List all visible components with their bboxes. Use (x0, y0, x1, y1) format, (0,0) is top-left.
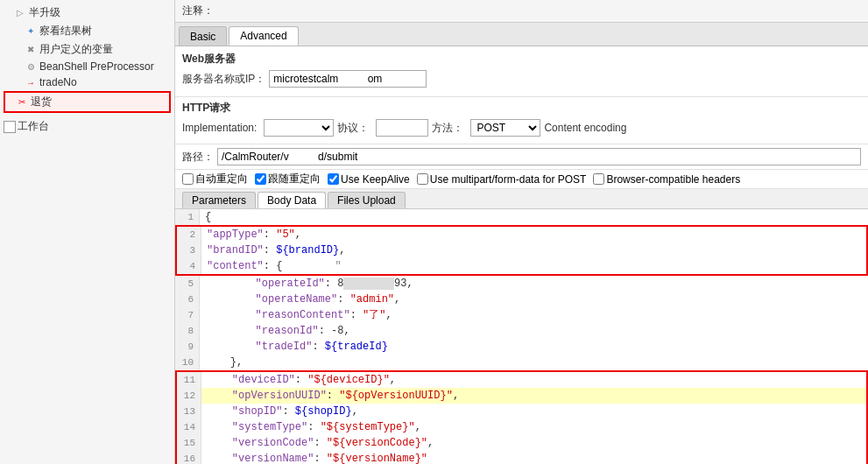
protocol-input[interactable] (376, 119, 428, 137)
web-server-title: Web服务器 (182, 52, 861, 67)
code-line-12: 12 "opVersionUUID": "${opVersionUUID}", (175, 388, 868, 404)
workbench-check (4, 121, 16, 133)
impl-select[interactable] (264, 119, 334, 137)
code-line-10: 10 }, (175, 355, 868, 370)
tab-advanced[interactable]: Advanced (229, 26, 298, 46)
cb-auto-redirect[interactable]: 自动重定向 (182, 172, 248, 186)
workbench-row: 工作台 (0, 116, 174, 137)
impl-label: Implementation: (182, 122, 257, 134)
tree-item-beanshell[interactable]: ⚙ BeanShell PreProcessor (0, 59, 174, 74)
encoding-label: Content encoding (544, 122, 626, 134)
cb-follow-redirect[interactable]: 跟随重定向 (255, 172, 321, 186)
checkbox-row: 自动重定向 跟随重定向 Use KeepAlive Use multipart/… (175, 170, 868, 189)
tree-label: 察看结果树 (39, 24, 92, 39)
tab-basic[interactable]: Basic (179, 26, 227, 46)
left-panel: ▷ 半升级 ✦ 察看结果树 ✖ 用户定义的变量 ⚙ BeanShell PreP… (0, 0, 175, 464)
scissors-icon: ✂ (16, 96, 28, 109)
code-line-13: 13 "shopID": ${shopID}, (175, 404, 868, 419)
path-input[interactable] (217, 148, 861, 165)
code-line-8: 8 "reasonId": -8, (175, 323, 868, 339)
tree-label: 用户定义的变量 (39, 42, 113, 57)
server-row: 服务器名称或IP： (182, 70, 861, 88)
cb-multipart[interactable]: Use multipart/form-data for POST (417, 173, 587, 186)
tree-item-tradeno[interactable]: → tradeNo (0, 74, 174, 90)
http-row: Implementation: 协议： 方法： POST GET Content… (182, 119, 861, 137)
code-line-6: 6 "operateName": "admin", (175, 292, 868, 307)
path-label: 路径： (182, 150, 214, 165)
cb-keepalive[interactable]: Use KeepAlive (328, 173, 410, 186)
web-server-section: Web服务器 服务器名称或IP： (175, 46, 868, 97)
method-select[interactable]: POST GET (470, 119, 540, 137)
path-row: 路径： (175, 144, 868, 170)
tree-item-half-upgrade[interactable]: ▷ 半升级 (0, 4, 174, 22)
code-line-5: 5 "operateId": 8xxxxxxxx93, (175, 276, 868, 292)
code-line-14: 14 "systemType": "${systemType}", (175, 419, 868, 435)
tree-label: BeanShell PreProcessor (39, 60, 154, 73)
cb-browser-compat[interactable]: Browser-compatible headers (593, 173, 740, 186)
tree-label: 退货 (31, 95, 52, 109)
tree-label: 半升级 (29, 5, 60, 20)
var-icon: ✖ (25, 44, 37, 56)
tree-item-tuihuo[interactable]: ✂ 退货 (5, 93, 169, 111)
sub-tabs-bar: Parameters Body Data Files Upload (175, 189, 868, 209)
code-line-1: 1 { (175, 209, 868, 225)
code-editor: 1 { 2 "appType": "5", 3 "brandID": ${bra… (175, 209, 868, 464)
right-panel: 注释： Basic Advanced Web服务器 服务器名称或IP： HTTP… (175, 0, 868, 464)
protocol-label: 协议： (337, 121, 369, 136)
arrow-icon: → (25, 76, 37, 88)
tree-label: tradeNo (39, 76, 77, 88)
server-input[interactable] (269, 70, 427, 88)
code-line-9: 9 "tradeId": ${tradeId} (175, 339, 868, 355)
sub-tab-body-data[interactable]: Body Data (258, 192, 326, 208)
workbench-label: 工作台 (18, 119, 49, 134)
sub-tab-parameters[interactable]: Parameters (182, 192, 256, 208)
code-line-2: 2 "appType": "5", (175, 225, 868, 243)
tabs-bar: Basic Advanced (175, 23, 868, 46)
http-request-section: HTTP请求 Implementation: 协议： 方法： POST GET … (175, 97, 868, 144)
code-line-4: 4 "content": {" (175, 258, 868, 276)
tree-item-result-tree[interactable]: ✦ 察看结果树 (0, 22, 174, 40)
sub-tab-files-upload[interactable]: Files Upload (328, 192, 406, 208)
method-label: 方法： (432, 121, 463, 136)
chart-icon: ✦ (25, 25, 37, 38)
server-label: 服务器名称或IP： (182, 72, 265, 87)
code-line-15: 15 "versionCode": "${versionCode}", (175, 435, 868, 451)
code-line-7: 7 "reasonContent": "了", (175, 307, 868, 323)
http-title: HTTP请求 (182, 101, 861, 116)
code-line-16: 16 "versionName": "${versionName}" (175, 451, 868, 464)
shell-icon: ⚙ (25, 60, 37, 73)
tree-item-user-var[interactable]: ✖ 用户定义的变量 (0, 40, 174, 59)
code-line-3: 3 "brandID": ${brandID}, (175, 243, 868, 258)
folder-icon: ▷ (14, 7, 26, 19)
code-line-11: 11 "deviceID": "${deviceID}", (175, 370, 868, 388)
comment-bar: 注释： (175, 0, 868, 23)
comment-label: 注释： (182, 4, 214, 17)
